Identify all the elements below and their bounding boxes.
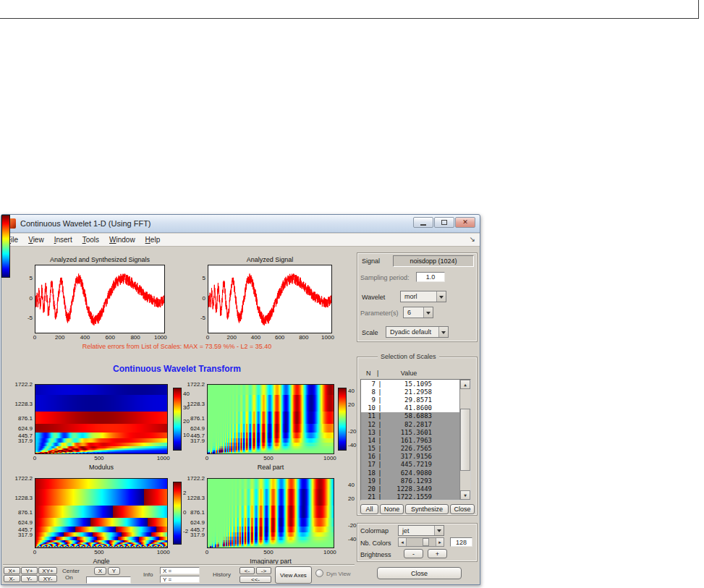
- zoom-xy-minus-button[interactable]: XY-: [38, 575, 57, 582]
- chevron-down-icon[interactable]: [438, 327, 448, 337]
- brightness-minus-button[interactable]: -: [404, 549, 423, 558]
- menu-item-help[interactable]: Help: [145, 236, 161, 244]
- close-selection-button[interactable]: Close: [450, 504, 475, 514]
- title-bar[interactable]: Continuous Wavelet 1-D (Using FFT) ✕: [1, 215, 480, 233]
- menu-item-insert[interactable]: Insert: [54, 236, 72, 244]
- dyn-view-radio[interactable]: [315, 569, 323, 577]
- menu-item-tools[interactable]: Tools: [82, 236, 99, 244]
- scale-item-text: |: [376, 485, 384, 493]
- menu-item-view[interactable]: View: [28, 236, 44, 244]
- select-all-button[interactable]: All: [360, 504, 378, 514]
- app-window: Continuous Wavelet 1-D (Using FFT) ✕ ↘ F…: [1, 214, 480, 585]
- scales-rows: 7|15.10958|21.29589|29.857110|41.860011|…: [361, 380, 459, 500]
- scale-list-item[interactable]: 10|41.8600: [361, 404, 459, 412]
- chevron-down-icon[interactable]: [436, 291, 446, 302]
- scale-list-item[interactable]: 7|15.1095: [361, 380, 459, 388]
- colormap-value: jet: [399, 526, 434, 535]
- colormap-label: Colormap: [360, 527, 389, 534]
- scale-list-item[interactable]: 12|82.2817: [361, 420, 459, 428]
- scroll-up-button[interactable]: ▲: [460, 380, 470, 389]
- scale-list-item[interactable]: 20|1228.3449: [361, 485, 459, 493]
- scale-item-text: 58.6883: [384, 412, 432, 419]
- scale-mode-dropdown[interactable]: Dyadic default: [386, 326, 449, 338]
- view-axes-button[interactable]: View Axes: [275, 566, 312, 584]
- nb-colors-slider[interactable]: ◂ ▸: [398, 537, 444, 547]
- modulus-heatmap[interactable]: [35, 384, 168, 454]
- scale-list-item[interactable]: 8|21.2958: [361, 388, 459, 396]
- scale-list-item[interactable]: 9|29.8571: [361, 396, 459, 404]
- analyzed-synthesized-plot[interactable]: [35, 265, 165, 333]
- zoom-y-plus-button[interactable]: Y+: [21, 567, 38, 574]
- wavelet-dropdown[interactable]: morl: [400, 291, 446, 302]
- analyzed-signal-plot[interactable]: [208, 265, 332, 333]
- tick-label: 1228.3: [15, 401, 33, 407]
- tick-label: 1228.3: [187, 401, 205, 407]
- tick-label: 1000: [321, 334, 334, 341]
- close-window-button[interactable]: ✕: [455, 217, 475, 228]
- dropdown-arrow-icon: [441, 331, 446, 336]
- scrollbar[interactable]: ▲ ▼: [459, 380, 470, 500]
- selection-of-scales-title: Selection of Scales: [378, 353, 439, 360]
- menu-bar: ↘ FileViewInsertToolsWindowHelp: [1, 234, 480, 247]
- zoom-y-minus-button[interactable]: Y-: [21, 575, 38, 582]
- slider-track[interactable]: [407, 538, 436, 546]
- colormap-dropdown[interactable]: jet: [398, 525, 444, 536]
- scale-item-text: |: [376, 437, 384, 444]
- scale-list-item[interactable]: 13|115.3601: [361, 428, 459, 436]
- scale-item-text: 14: [362, 437, 376, 444]
- scale-item-text: 21.2958: [384, 388, 432, 396]
- scale-list-item[interactable]: 21|1722.1559: [361, 493, 459, 500]
- tick-label: -5: [200, 315, 205, 321]
- synthesize-button[interactable]: Synthesize: [405, 504, 449, 514]
- zoom-x-plus-button[interactable]: X+: [4, 567, 20, 574]
- brightness-plus-button[interactable]: +: [428, 549, 447, 558]
- tick-label: 876.1: [190, 415, 205, 422]
- scale-item-text: 12: [362, 421, 376, 428]
- select-none-button[interactable]: None: [380, 504, 404, 514]
- restore-button[interactable]: [434, 217, 454, 228]
- center-position-field[interactable]: [86, 576, 131, 584]
- nb-colors-field[interactable]: 128: [450, 537, 472, 547]
- chevron-down-icon[interactable]: [423, 307, 433, 318]
- scale-list-item[interactable]: 19|876.1293: [361, 477, 459, 485]
- imaginary-part-heatmap[interactable]: [207, 478, 334, 548]
- slider-left-arrow-icon[interactable]: ◂: [399, 538, 407, 546]
- zoom-x-minus-button[interactable]: X-: [4, 575, 20, 582]
- dyn-view-label: Dyn View: [326, 571, 351, 577]
- restore-icon: [441, 220, 447, 225]
- angle-heatmap[interactable]: [35, 478, 168, 548]
- menu-overflow-arrow-icon[interactable]: ↘: [470, 235, 475, 243]
- slider-thumb[interactable]: [423, 538, 429, 546]
- real-part-heatmap[interactable]: [207, 384, 334, 454]
- chevron-down-icon[interactable]: [434, 526, 444, 535]
- real-part-colorbar: [338, 388, 347, 451]
- parameter-dropdown[interactable]: 6: [403, 307, 433, 318]
- scale-list-item[interactable]: 17|445.7219: [361, 461, 459, 469]
- scale-list-item[interactable]: 15|226.7565: [361, 445, 459, 453]
- scale-list-item[interactable]: 11|58.6883: [361, 412, 459, 420]
- close-tool-button[interactable]: Close: [377, 567, 462, 579]
- slider-right-arrow-icon[interactable]: ▸: [436, 538, 444, 546]
- tick-label: -20: [348, 522, 357, 529]
- center-x-button[interactable]: X: [94, 567, 106, 575]
- scale-list-item[interactable]: 14|161.7963: [361, 436, 459, 444]
- scales-header-separator: |: [377, 370, 378, 377]
- minimize-button[interactable]: [413, 217, 433, 228]
- scale-item-text: 161.7963: [384, 437, 432, 444]
- history-reset-button[interactable]: <<-: [239, 576, 271, 583]
- scroll-down-button[interactable]: ▼: [460, 490, 470, 500]
- modulus-xlabel: Modulus: [35, 464, 168, 471]
- menu-item-window[interactable]: Window: [109, 236, 135, 244]
- zoom-xy-plus-button[interactable]: XY+: [38, 567, 57, 574]
- scrollbar-thumb[interactable]: [460, 409, 470, 471]
- scale-list-item[interactable]: 18|624.9080: [361, 469, 459, 477]
- tick-label: 624.9: [18, 519, 33, 526]
- center-y-button[interactable]: Y: [108, 567, 120, 575]
- analyzed-synthesized-title: Analyzed and Synthesized Signals: [35, 256, 165, 263]
- history-forward-button[interactable]: ->: [256, 567, 271, 574]
- history-back-button[interactable]: <-: [239, 567, 255, 574]
- tick-label: 400: [80, 334, 90, 341]
- scales-listbox[interactable]: 7|15.10958|21.29589|29.857110|41.860011|…: [360, 379, 471, 500]
- scale-list-item[interactable]: 16|317.9156: [361, 453, 459, 461]
- sampling-period-field[interactable]: 1.0: [416, 272, 445, 282]
